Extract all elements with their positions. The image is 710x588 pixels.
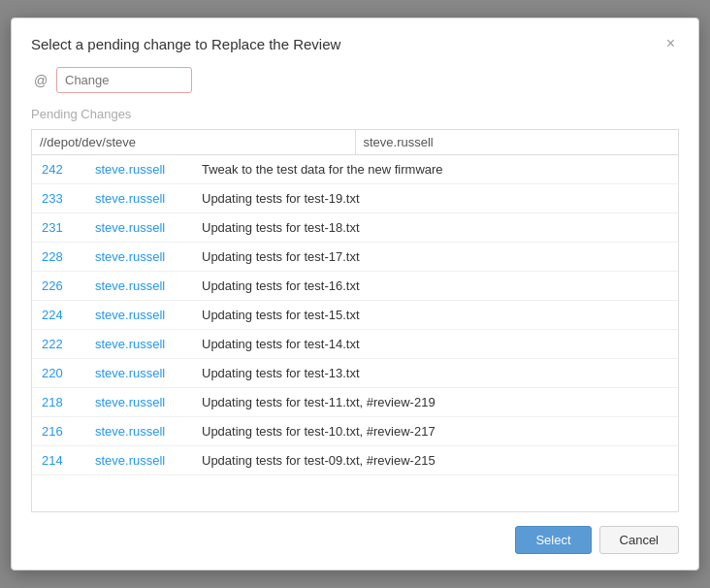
cl-number[interactable]: 214 bbox=[32, 446, 85, 475]
cl-desc: Tweak to the test data for the new firmw… bbox=[192, 155, 678, 184]
cl-desc: Updating tests for test-09.txt, #review-… bbox=[192, 446, 678, 475]
cl-desc: Updating tests for test-10.txt, #review-… bbox=[192, 417, 678, 446]
search-icon: @ bbox=[31, 73, 50, 88]
cl-user[interactable]: steve.russell bbox=[85, 301, 192, 330]
cl-user[interactable]: steve.russell bbox=[85, 184, 192, 213]
cl-number[interactable]: 228 bbox=[32, 243, 85, 272]
table-row[interactable]: 224 steve.russell Updating tests for tes… bbox=[32, 301, 678, 330]
search-input[interactable] bbox=[56, 67, 192, 93]
dialog: Select a pending change to Replace the R… bbox=[11, 17, 699, 571]
footer: Select Cancel bbox=[31, 526, 679, 554]
cl-desc: Updating tests for test-16.txt bbox=[192, 272, 678, 301]
dialog-title: Select a pending change to Replace the R… bbox=[31, 36, 340, 52]
cl-user[interactable]: steve.russell bbox=[85, 243, 192, 272]
table-row[interactable]: 233 steve.russell Updating tests for tes… bbox=[32, 184, 678, 213]
cl-number[interactable]: 218 bbox=[32, 388, 85, 417]
cl-number[interactable]: 222 bbox=[32, 330, 85, 359]
cl-number[interactable]: 216 bbox=[32, 417, 85, 446]
cl-desc: Updating tests for test-13.txt bbox=[192, 359, 678, 388]
cl-user[interactable]: steve.russell bbox=[85, 359, 192, 388]
cl-user[interactable]: steve.russell bbox=[85, 272, 192, 301]
search-row: @ bbox=[31, 67, 679, 93]
table-row[interactable]: 214 steve.russell Updating tests for tes… bbox=[32, 446, 678, 475]
cl-user[interactable]: steve.russell bbox=[85, 330, 192, 359]
cl-number[interactable]: 224 bbox=[32, 301, 85, 330]
cl-number[interactable]: 233 bbox=[32, 184, 85, 213]
pending-label: Pending Changes bbox=[31, 107, 679, 121]
path-filter-input[interactable] bbox=[32, 130, 356, 154]
cl-desc: Updating tests for test-19.txt bbox=[192, 184, 678, 213]
table-row[interactable]: 218 steve.russell Updating tests for tes… bbox=[32, 388, 678, 417]
select-button[interactable]: Select bbox=[515, 526, 591, 554]
cl-number[interactable]: 226 bbox=[32, 272, 85, 301]
cl-desc: Updating tests for test-17.txt bbox=[192, 243, 678, 272]
cl-user[interactable]: steve.russell bbox=[85, 417, 192, 446]
cl-number[interactable]: 231 bbox=[32, 213, 85, 243]
cl-user[interactable]: steve.russell bbox=[85, 155, 192, 184]
dialog-header: Select a pending change to Replace the R… bbox=[31, 34, 679, 53]
table-row[interactable]: 226 steve.russell Updating tests for tes… bbox=[32, 272, 678, 301]
user-filter-input[interactable] bbox=[356, 130, 679, 154]
table-row[interactable]: 220 steve.russell Updating tests for tes… bbox=[32, 359, 678, 388]
cl-desc: Updating tests for test-11.txt, #review-… bbox=[192, 388, 678, 417]
cl-user[interactable]: steve.russell bbox=[85, 388, 192, 417]
cl-desc: Updating tests for test-14.txt bbox=[192, 330, 678, 359]
table-row[interactable]: 231 steve.russell Updating tests for tes… bbox=[32, 213, 678, 243]
table-row[interactable]: 216 steve.russell Updating tests for tes… bbox=[32, 417, 678, 446]
cl-user[interactable]: steve.russell bbox=[85, 446, 192, 475]
cl-number[interactable]: 242 bbox=[32, 155, 85, 184]
table-row[interactable]: 228 steve.russell Updating tests for tes… bbox=[32, 243, 678, 272]
table-row[interactable]: 242 steve.russell Tweak to the test data… bbox=[32, 155, 678, 184]
filter-row bbox=[31, 129, 679, 155]
pending-changes-table: 242 steve.russell Tweak to the test data… bbox=[31, 155, 679, 512]
cl-desc: Updating tests for test-15.txt bbox=[192, 301, 678, 330]
cl-number[interactable]: 220 bbox=[32, 359, 85, 388]
cl-user[interactable]: steve.russell bbox=[85, 213, 192, 243]
close-button[interactable]: × bbox=[662, 34, 679, 53]
cl-desc: Updating tests for test-18.txt bbox=[192, 213, 678, 243]
cancel-button[interactable]: Cancel bbox=[599, 526, 679, 554]
table-row[interactable]: 222 steve.russell Updating tests for tes… bbox=[32, 330, 678, 359]
